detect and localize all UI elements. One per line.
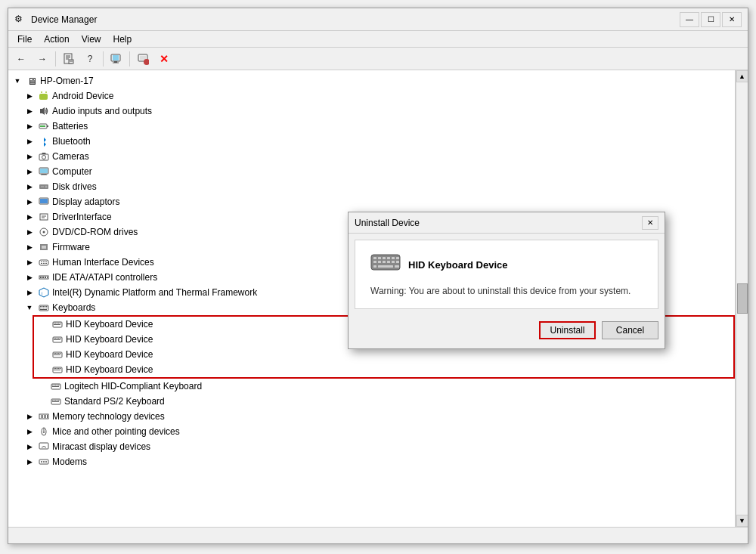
restore-button[interactable]: ☐	[701, 12, 720, 27]
svg-rect-102	[54, 400, 55, 401]
tree-kbd4[interactable]: ▶ HID Keyboard Device	[34, 362, 733, 377]
svg-rect-75	[57, 338, 58, 339]
svg-rect-125	[392, 257, 395, 259]
android-expand-icon[interactable]: ▶	[23, 90, 36, 102]
svg-rect-134	[373, 265, 376, 268]
diskdrives-icon	[38, 181, 50, 193]
mice-icon	[38, 426, 50, 438]
kbd2-icon	[51, 333, 64, 345]
toolbar-uninstall[interactable]: ✕	[154, 50, 174, 68]
scroll-up-btn[interactable]: ▲	[736, 70, 748, 82]
tree-android[interactable]: ▶ Android Device	[20, 88, 735, 104]
svg-rect-67	[55, 323, 57, 323]
svg-text:i: i	[42, 291, 42, 296]
toolbar-forward[interactable]: →	[33, 50, 52, 68]
diskdrives-label: Disk drives	[52, 181, 97, 192]
dialog-close-button[interactable]: ✕	[642, 216, 658, 230]
toolbar-scan[interactable]	[133, 50, 153, 68]
tree-miracast[interactable]: ▶ Miracast display devices	[20, 439, 735, 454]
menu-view[interactable]: View	[76, 32, 107, 46]
hid-expand-icon[interactable]: ▶	[23, 256, 36, 268]
tree-kbd3[interactable]: ▶ HID Keyboard Device	[34, 347, 733, 362]
tree-ps2kbd[interactable]: ▶ Standard PS/2 Keyboard	[33, 394, 735, 409]
tree-root[interactable]: ▼ 🖥 HP-Omen-17	[8, 73, 735, 88]
audio-expand-icon[interactable]: ▶	[23, 105, 36, 117]
cameras-expand-icon[interactable]: ▶	[23, 150, 36, 162]
scroll-down-btn[interactable]: ▼	[736, 515, 748, 527]
tree-modems[interactable]: ▶ Modems	[20, 454, 735, 469]
minimize-button[interactable]: —	[680, 12, 699, 27]
toolbar-help[interactable]: ?	[80, 50, 100, 68]
kbd3-label: HID Keyboard Device	[66, 349, 153, 360]
diskdrives-expand-icon[interactable]: ▶	[23, 181, 36, 193]
driverinterface-expand-icon[interactable]: ▶	[23, 211, 36, 223]
menu-action[interactable]: Action	[38, 32, 75, 46]
svg-point-114	[43, 432, 45, 433]
logitech-icon	[50, 380, 62, 392]
scroll-thumb[interactable]	[737, 283, 748, 314]
keyboards-label: Keyboards	[52, 302, 95, 313]
modems-expand-icon[interactable]: ▶	[23, 456, 36, 468]
miracast-expand-icon[interactable]: ▶	[23, 441, 36, 453]
tree-audio[interactable]: ▶ Audio inputs and outputs	[20, 104, 735, 119]
tree-logitech[interactable]: ▶ Logitech HID-Compliant Keyboard	[33, 379, 735, 394]
display-expand-icon[interactable]: ▶	[23, 196, 36, 208]
svg-rect-68	[57, 323, 58, 323]
dialog-buttons: Uninstall Cancel	[349, 315, 665, 348]
kbd4-label: HID Keyboard Device	[66, 364, 153, 375]
svg-rect-55	[42, 306, 43, 307]
close-button[interactable]: ✕	[722, 12, 742, 27]
bluetooth-expand-icon[interactable]: ▶	[23, 135, 36, 147]
tree-diskdrives[interactable]: ▶ Disk drives	[20, 179, 735, 194]
tree-batteries[interactable]: ▶ Batteries	[20, 119, 735, 134]
svg-rect-109	[42, 415, 43, 418]
svg-rect-135	[395, 265, 399, 268]
tree-mice[interactable]: ▶ Mice and other pointing devices	[20, 424, 735, 439]
toolbar-properties[interactable]	[59, 50, 79, 68]
svg-rect-74	[55, 338, 57, 339]
cancel-button[interactable]: Cancel	[602, 321, 658, 339]
tree-cameras[interactable]: ▶ Cameras	[20, 149, 735, 164]
dvd-expand-icon[interactable]: ▶	[23, 226, 36, 238]
tree-memory[interactable]: ▶ Memory technology devices	[20, 409, 735, 424]
svg-rect-126	[396, 257, 399, 259]
svg-rect-45	[45, 263, 47, 264]
root-expand-icon[interactable]: ▼	[11, 75, 23, 87]
svg-rect-18	[40, 125, 45, 127]
uninstall-button[interactable]: Uninstall	[539, 321, 596, 339]
audio-icon	[38, 105, 50, 117]
driverinterface-icon	[38, 211, 50, 223]
ps2kbd-label: Standard PS/2 Keyboard	[64, 396, 165, 407]
svg-rect-42	[45, 262, 47, 262]
firmware-expand-icon[interactable]: ▶	[23, 241, 36, 253]
svg-rect-77	[60, 338, 61, 339]
mice-expand-icon[interactable]: ▶	[23, 426, 36, 438]
intel-expand-icon[interactable]: ▶	[23, 286, 36, 299]
scrollbar[interactable]: ▲ ▼	[736, 70, 748, 527]
keyboards-expand-icon[interactable]: ▼	[23, 302, 36, 314]
computer-expand-icon[interactable]: ▶	[23, 166, 36, 178]
tree-display[interactable]: ▶ Display adaptors	[20, 194, 735, 209]
dialog-title-bar: Uninstall Device ✕	[349, 212, 665, 234]
tree-computer[interactable]: ▶ Computer	[20, 164, 735, 179]
svg-rect-41	[43, 262, 45, 262]
driverinterface-label: DriverInterface	[52, 212, 112, 222]
svg-rect-97	[57, 385, 58, 385]
toolbar-back[interactable]: ←	[11, 50, 31, 68]
svg-rect-121	[373, 257, 376, 259]
firmware-label: Firmware	[52, 242, 90, 252]
svg-rect-106	[52, 401, 59, 402]
batteries-expand-icon[interactable]: ▶	[23, 120, 36, 132]
tree-bluetooth[interactable]: ▶ Bluetooth	[20, 134, 735, 149]
svg-rect-128	[378, 261, 381, 263]
ide-expand-icon[interactable]: ▶	[23, 271, 36, 283]
menu-file[interactable]: File	[11, 32, 38, 46]
modems-icon	[38, 456, 50, 468]
toolbar-computer[interactable]	[107, 50, 126, 68]
menu-help[interactable]: Help	[107, 32, 138, 46]
svg-rect-89	[57, 368, 58, 369]
memory-expand-icon[interactable]: ▶	[23, 410, 36, 422]
svg-marker-16	[40, 107, 45, 115]
svg-rect-124	[387, 257, 390, 259]
title-bar-controls: — ☐ ✕	[680, 12, 742, 27]
